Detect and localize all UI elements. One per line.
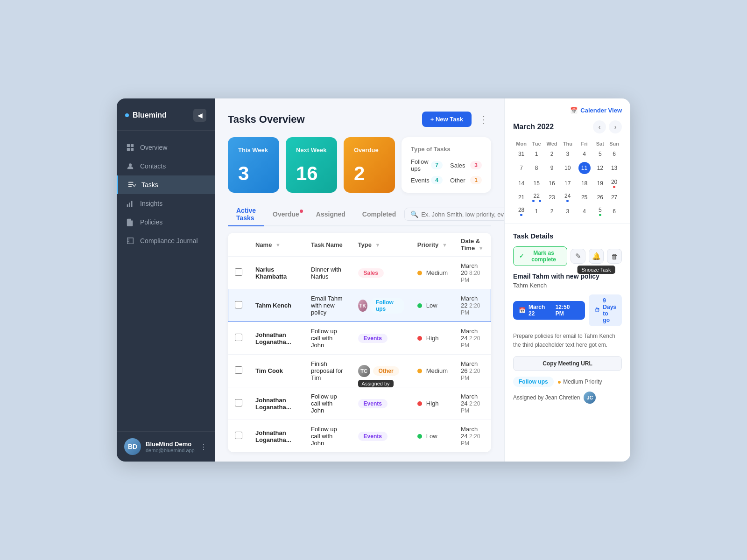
- col-date[interactable]: Date & Time ▼: [454, 233, 491, 257]
- sidebar-item-compliance-journal[interactable]: Compliance Journal: [117, 231, 215, 250]
- user-icon: [126, 162, 134, 170]
- cal-day[interactable]: 21: [513, 190, 529, 204]
- detail-date-badge: 📅 March 22 12:50 PM: [513, 301, 585, 320]
- cal-day[interactable]: 14: [513, 176, 529, 190]
- col-name[interactable]: Name ▼: [249, 233, 304, 257]
- cal-day[interactable]: 4: [575, 148, 594, 160]
- tab-overdue[interactable]: Overdue: [264, 207, 308, 223]
- sidebar-collapse-button[interactable]: ◀: [193, 109, 206, 122]
- cal-day-tue: Tue: [529, 139, 543, 148]
- logo-dot: [125, 113, 129, 117]
- cal-day[interactable]: 19: [593, 176, 606, 190]
- sidebar-item-label: Contacts: [140, 162, 166, 170]
- cal-day[interactable]: 17: [560, 176, 575, 190]
- user-menu-button[interactable]: ⋮: [200, 442, 207, 451]
- row-type-cell: TC Other Assigned by: [358, 365, 404, 377]
- cal-day[interactable]: 10: [560, 160, 575, 176]
- snooze-task-button[interactable]: 🔔: [589, 249, 604, 264]
- col-priority[interactable]: Priority ▼: [411, 233, 454, 257]
- copy-meeting-url-button[interactable]: Copy Meeting URL: [513, 356, 622, 371]
- calendar-view-button[interactable]: 📅 Calender View: [570, 107, 622, 114]
- cal-day[interactable]: 26: [593, 190, 606, 204]
- cal-day[interactable]: 20: [606, 176, 622, 190]
- task-type-other: Other 1: [450, 176, 482, 184]
- row-checkbox[interactable]: [235, 334, 242, 341]
- col-type[interactable]: Type ▼: [352, 233, 411, 257]
- tab-active-tasks[interactable]: Active Tasks: [228, 203, 264, 226]
- sidebar-item-tasks[interactable]: Tasks: [117, 175, 215, 194]
- cal-day[interactable]: 23: [543, 190, 560, 204]
- sidebar-footer: BD BlueMind Demo demo@bluemind.app ⋮: [117, 431, 215, 462]
- assigned-by-tooltip: Assigned by: [358, 380, 394, 387]
- calendar-nav: ‹ ›: [593, 120, 622, 133]
- cal-day[interactable]: 3: [560, 148, 575, 160]
- search-wrap: 🔍: [404, 208, 504, 221]
- more-options-button[interactable]: ⋮: [476, 112, 491, 127]
- col-task-name[interactable]: Task Name: [304, 233, 352, 257]
- cal-day[interactable]: 6: [606, 204, 622, 218]
- row-checkbox[interactable]: [235, 432, 242, 439]
- row-type: Events: [358, 334, 388, 343]
- search-input[interactable]: [421, 211, 504, 218]
- calendar-small-icon: 📅: [519, 307, 526, 314]
- row-task: Follow up call with John: [304, 387, 352, 420]
- calendar-next-button[interactable]: ›: [609, 120, 622, 133]
- svg-point-4: [129, 163, 132, 166]
- cal-day[interactable]: 13: [606, 160, 622, 176]
- task-type-followups: Follow ups 7: [411, 158, 443, 172]
- row-name: Tim Cook: [249, 355, 304, 387]
- sidebar-item-contacts[interactable]: Contacts: [117, 157, 215, 175]
- col-checkbox: [228, 233, 249, 257]
- row-name: Tahm Kench: [249, 289, 304, 322]
- calendar-prev-button[interactable]: ‹: [593, 120, 606, 133]
- cal-day[interactable]: 7: [513, 160, 529, 176]
- cal-day[interactable]: 24: [560, 190, 575, 204]
- new-task-button[interactable]: + New Task: [422, 112, 472, 127]
- row-date: March 24 2:20 PM: [454, 322, 491, 355]
- cal-day[interactable]: 25: [575, 190, 594, 204]
- cal-day[interactable]: 27: [606, 190, 622, 204]
- tab-completed[interactable]: Completed: [354, 207, 404, 223]
- sidebar-item-policies[interactable]: Policies: [117, 213, 215, 231]
- cal-day[interactable]: 6: [606, 148, 622, 160]
- cal-day[interactable]: 8: [529, 160, 543, 176]
- cal-day[interactable]: 16: [543, 176, 560, 190]
- row-checkbox[interactable]: [235, 301, 242, 308]
- cal-day[interactable]: 15: [529, 176, 543, 190]
- cal-day[interactable]: 1: [529, 148, 543, 160]
- calendar-section: 📅 Calender View March 2022 ‹ › Mon Tue W…: [505, 98, 630, 224]
- cal-day[interactable]: 18: [575, 176, 594, 190]
- row-task: Finish proposal for Tim: [304, 355, 352, 387]
- cal-day[interactable]: 3: [560, 204, 575, 218]
- checkmark-icon: ✓: [519, 253, 524, 259]
- snooze-wrap: 🔔 Snooze Task: [589, 249, 604, 264]
- mark-complete-button[interactable]: ✓ Mark as complete: [513, 246, 567, 266]
- row-checkbox[interactable]: [235, 366, 242, 374]
- cal-day[interactable]: 28: [513, 204, 529, 218]
- cal-day-today[interactable]: 11: [575, 160, 594, 176]
- tab-assigned[interactable]: Assigned: [308, 207, 354, 223]
- row-checkbox[interactable]: [235, 268, 242, 276]
- sidebar-item-label: Insights: [140, 200, 162, 207]
- cal-day[interactable]: 9: [543, 160, 560, 176]
- delete-task-button[interactable]: 🗑: [607, 249, 622, 264]
- cal-day[interactable]: 1: [529, 204, 543, 218]
- cal-day[interactable]: 5: [593, 148, 606, 160]
- detail-days-badge: ⏱ 9 Days to go: [589, 294, 622, 326]
- cal-day[interactable]: 4: [575, 204, 594, 218]
- cal-day[interactable]: 5: [593, 204, 606, 218]
- cal-day[interactable]: 12: [593, 160, 606, 176]
- logo: Bluemind: [125, 111, 167, 119]
- stat-card-next-week: Next Week 16: [286, 137, 337, 193]
- row-checkbox[interactable]: [235, 399, 242, 406]
- edit-task-button[interactable]: ✎: [571, 249, 585, 264]
- sidebar-item-insights[interactable]: Insights: [117, 194, 215, 213]
- cal-day[interactable]: 31: [513, 148, 529, 160]
- table-row: Johnathan Loganatha... Follow up call wi…: [228, 420, 491, 453]
- task-table-wrap: Name ▼ Task Name Type ▼ Priority ▼ Date …: [228, 233, 491, 452]
- row-date: March 26 2:20 PM: [454, 355, 491, 387]
- cal-day[interactable]: 22: [529, 190, 543, 204]
- sidebar-item-overview[interactable]: Overview: [117, 138, 215, 157]
- cal-day[interactable]: 2: [543, 204, 560, 218]
- cal-day[interactable]: 2: [543, 148, 560, 160]
